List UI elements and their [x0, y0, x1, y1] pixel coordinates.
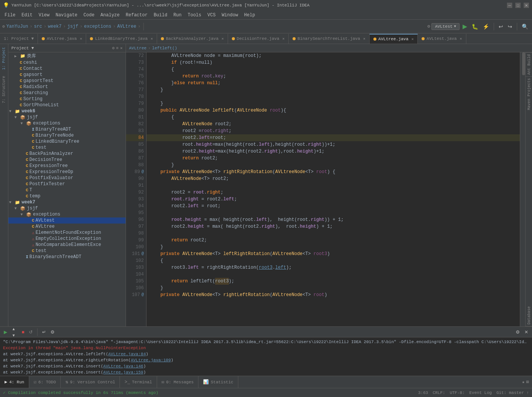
tree-item-week6[interactable]: ▼ 📁 week6	[8, 108, 126, 114]
tree-item-week7[interactable]: ▼ 📁 week7	[8, 199, 126, 205]
tree-item-elementnotfound[interactable]: ⚠ ElementNotFoundException	[8, 230, 126, 236]
maximize-button[interactable]: □	[515, 3, 521, 8]
rerun-button[interactable]: ↺	[27, 329, 34, 336]
sidebar-btn-1[interactable]: ⚙	[112, 46, 115, 50]
close-button[interactable]: ✕	[524, 3, 529, 8]
breadcrumb-leftleft[interactable]: leftleft()	[152, 46, 177, 50]
tree-item-expressiontree[interactable]: C ExpressionTree	[8, 163, 126, 169]
build-button[interactable]: ⚡	[481, 23, 491, 30]
cursor-position[interactable]: 3:63	[418, 391, 428, 395]
expand-icon[interactable]: ⊞	[526, 379, 529, 385]
tree-item-test-w7[interactable]: C test	[8, 248, 126, 254]
menu-help[interactable]: Help	[241, 11, 258, 20]
trace-link-1[interactable]: AVLtree.java:84	[108, 352, 146, 356]
ant-build-tab[interactable]: Ant Build	[526, 52, 532, 76]
trace-link-4[interactable]: AVLtree.java:159	[103, 370, 143, 375]
settings-button[interactable]: ⚙	[514, 329, 521, 336]
status-tab-terminal[interactable]: >_ Terminal	[120, 376, 157, 388]
stop-button[interactable]: ■	[20, 329, 26, 336]
scrollbar-thumb[interactable]	[522, 52, 525, 75]
status-tab-messages[interactable]: ✉ 0: Messages	[157, 376, 199, 388]
tab-close-4[interactable]: ✕	[282, 36, 285, 41]
tree-item-temp[interactable]: C temp	[8, 193, 126, 199]
menu-build[interactable]: Build	[151, 11, 170, 20]
tree-item-decisiontree[interactable]: C DecisionTree	[8, 157, 126, 163]
tree-item-类库[interactable]: ▶ 📁 类库	[8, 52, 126, 60]
tree-item-emptycollection[interactable]: ⚠ EmptyCollectionException	[8, 236, 126, 242]
tree-item-binarytreenode[interactable]: C BinaryTreeNode	[8, 132, 126, 139]
tree-item-avltree[interactable]: C AVLtree	[8, 224, 126, 230]
tree-item-week6-jsjf[interactable]: ▼ 📦 jsjf	[8, 114, 126, 120]
tree-item-backpainanalyzer[interactable]: C BackPainAnalyzer	[8, 151, 126, 157]
tab-close-2[interactable]: ✕	[151, 36, 153, 41]
tree-item-sorting[interactable]: C Sorting	[8, 96, 126, 102]
tab-binarysearchtreelist[interactable]: BinarySearchTreeList.java ✕	[289, 34, 370, 44]
tree-item-exceptions-w7[interactable]: ▼ 📦 exceptions	[8, 211, 126, 217]
status-tab-run[interactable]: ▶ 4: Run	[0, 376, 29, 388]
menu-navigate[interactable]: Navigate	[52, 11, 80, 20]
git-branch[interactable]: Git: master ↑	[496, 391, 529, 395]
close-console-button[interactable]: ✕	[523, 329, 530, 336]
database-tab[interactable]: Database	[526, 305, 532, 326]
tab-close-7[interactable]: ✕	[460, 36, 462, 41]
tree-item-sortphonelist[interactable]: C SortPhoneList	[8, 102, 126, 108]
tab-avltest[interactable]: AVLtest.java ✕	[418, 34, 466, 44]
menu-run[interactable]: Run	[170, 11, 185, 20]
redo-button[interactable]: ↪	[506, 23, 514, 30]
tree-item-radixsort[interactable]: C RadixSort	[8, 84, 126, 90]
search-button[interactable]: 🔍	[520, 23, 530, 30]
structure-tab[interactable]: 7: Structure	[0, 74, 8, 105]
breadcrumb-jsjf[interactable]: jsjf	[67, 24, 78, 29]
tree-item-contact[interactable]: C Contact	[8, 66, 126, 72]
tree-item-searching[interactable]: C Searching	[8, 90, 126, 96]
tree-item-postfixevaluator[interactable]: C PostfixEvaluator	[8, 175, 126, 181]
tree-item-gapsorttest[interactable]: C gapsortTest	[8, 78, 126, 84]
tree-item-postfixtester[interactable]: C PostfixTester	[8, 181, 126, 187]
project-tab[interactable]: 1: Project	[0, 46, 8, 71]
tab-backpainanalyzer[interactable]: BackPainAnalyzer.java ✕	[157, 34, 228, 44]
encoding[interactable]: UTF-8:	[450, 391, 465, 395]
tab-close-6[interactable]: ✕	[411, 37, 414, 41]
tree-item-noncomparable[interactable]: ⚠ NonComparableElementExce	[8, 242, 126, 248]
menu-window[interactable]: Window	[219, 11, 241, 20]
run-config-dropdown[interactable]: AVLtest ▼	[431, 23, 460, 30]
breadcrumb-avltree[interactable]: AVLtree	[117, 24, 136, 29]
favorites-icon[interactable]: ★	[522, 379, 525, 385]
tab-decisiontree[interactable]: DecisionTree.java ✕	[228, 34, 289, 44]
tree-item-avltest[interactable]: C AVLtest	[8, 217, 126, 224]
scroll-up-button[interactable]: ▲	[10, 326, 17, 332]
run-button[interactable]: ▶	[461, 22, 469, 31]
trace-link-2[interactable]: AVLtree.java:109	[131, 358, 171, 362]
event-log[interactable]: Event Log	[469, 391, 492, 395]
line-ending[interactable]: CRLF:	[433, 391, 445, 395]
menu-file[interactable]: File	[2, 11, 19, 20]
sidebar-btn-2[interactable]: ≡	[116, 46, 119, 50]
status-tab-vcs[interactable]: ⇅ 9: Version Control	[61, 376, 120, 388]
tab-close-3[interactable]: ✕	[222, 36, 224, 41]
wrap-button[interactable]: ↵	[41, 329, 47, 336]
tree-item-week7-jsjf[interactable]: ▼ 📦 jsjf	[8, 205, 126, 211]
trace-link-3[interactable]: AVLtree.java:146	[103, 364, 143, 369]
breadcrumb-exceptions[interactable]: exceptions	[84, 24, 111, 29]
tab-linkedbinarytree[interactable]: LinkedBinaryTree.java ✕	[86, 34, 157, 44]
filter-button[interactable]: ⚙	[49, 329, 56, 336]
tab-avltree-active[interactable]: AVLtree.java ✕	[370, 34, 418, 44]
tree-item-linkedbinarytree[interactable]: C LinkedBinaryTree	[8, 139, 126, 145]
menu-analyze[interactable]: Analyze	[98, 11, 123, 20]
breadcrumb-week7[interactable]: week7	[48, 24, 61, 29]
tree-item-binarysearchtreeadt[interactable]: I BinarySearchTreeADT	[8, 254, 126, 260]
breadcrumb-src[interactable]: src	[34, 24, 42, 29]
breadcrumb-avltree-link[interactable]: AVLtree	[129, 46, 146, 50]
sidebar-btn-3[interactable]: ✕	[120, 46, 123, 50]
project-label[interactable]: YanYuJun	[6, 24, 28, 29]
menu-tools[interactable]: Tools	[185, 11, 205, 20]
tree-item-ceshi[interactable]: C ceshi	[8, 60, 126, 66]
run-again-button[interactable]: ▶	[2, 329, 9, 336]
debug-button[interactable]: 🐛	[470, 23, 480, 30]
tree-item-expressiontreeop[interactable]: C ExpressionTreeOp	[8, 169, 126, 175]
tree-item-test-w6[interactable]: C test	[8, 145, 126, 151]
tab-close-1[interactable]: ✕	[80, 36, 82, 41]
tree-item-gapsort[interactable]: C gapsort	[8, 72, 126, 78]
status-tab-todo[interactable]: ☑ 6: TODO	[29, 376, 61, 388]
menu-refactor[interactable]: Refactor	[123, 11, 151, 20]
